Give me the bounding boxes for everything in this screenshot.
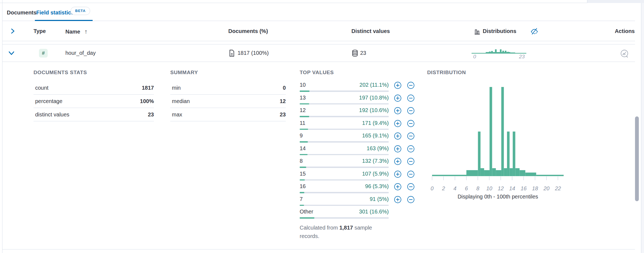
filter-out-value-button[interactable]: [407, 120, 415, 127]
filter-for-value-button[interactable]: [394, 107, 402, 115]
filter-out-value-button[interactable]: [407, 158, 415, 165]
x-axis-tick-label: 14: [509, 185, 515, 191]
database-icon: [351, 49, 359, 57]
filter-out-value-button[interactable]: [407, 107, 415, 115]
number-field-type-badge: #: [39, 49, 48, 58]
filter-out-value-button[interactable]: [407, 196, 415, 203]
x-axis-tick-label: 22: [555, 185, 561, 191]
documents-stats-table: count1817percentage100%distinct values23: [34, 81, 154, 121]
top-value-amount: 165 (9.1%): [362, 132, 389, 139]
minus-circle-icon: [407, 187, 415, 191]
top-value-label: 11: [300, 120, 305, 126]
filter-out-value-button[interactable]: [407, 132, 415, 140]
stat-row: percentage100%: [34, 95, 154, 108]
tab-field-statistics[interactable]: Field statistics: [36, 9, 74, 16]
x-axis-tick-label: 6: [465, 185, 468, 191]
vertical-scrollbar-thumb[interactable]: [635, 116, 639, 201]
expand-all-chevron-right-icon[interactable]: [10, 28, 16, 34]
top-value-row: 791 (5%): [300, 195, 425, 208]
top-value-bar: [300, 103, 389, 105]
section-heading-top-values: TOP VALUES: [300, 70, 334, 76]
histogram-bar: [510, 168, 513, 176]
filter-out-value-button[interactable]: [407, 170, 415, 178]
filter-out-value-button[interactable]: [407, 82, 415, 89]
filter-for-value-button[interactable]: [394, 196, 402, 203]
field-table-header: Type Name ↑ Documents (%) Distinct value…: [2, 21, 635, 41]
section-heading-summary: SUMMARY: [170, 70, 198, 76]
histogram-bar: [525, 173, 536, 176]
stat-value: 100%: [140, 98, 154, 104]
mini-histogram-bar: [507, 52, 509, 53]
top-values-list: 10202 (11.1%)13197 (10.8%)12192 (10.6%)1…: [300, 81, 425, 221]
mini-histogram-baseline: [472, 53, 526, 54]
top-value-amount: 107 (5.9%): [362, 171, 389, 177]
plus-circle-icon: [394, 124, 402, 128]
field-row-hour-of-day[interactable]: # hour_of_day 1817 (100%) 23 0 23: [2, 44, 635, 62]
top-value-row: 11171 (9.4%): [300, 119, 425, 132]
plus-circle-icon: [394, 111, 402, 115]
top-value-amount: 132 (7.3%): [362, 158, 389, 164]
filter-for-value-button[interactable]: [394, 145, 402, 153]
mini-axis-min-label: 0: [473, 54, 476, 60]
document-icon: [228, 49, 235, 57]
filter-for-value-button[interactable]: [394, 120, 402, 127]
filter-for-value-button[interactable]: [394, 158, 402, 165]
tab-documents[interactable]: Documents: [7, 9, 37, 16]
stat-row: max23: [170, 108, 286, 121]
histogram-bar: [481, 168, 484, 176]
top-value-row: 8132 (7.3%): [300, 157, 425, 170]
top-value-label: 15: [300, 171, 306, 177]
explore-in-chart-action-icon[interactable]: [620, 49, 629, 58]
minus-circle-icon: [407, 149, 415, 153]
filter-for-value-button[interactable]: [394, 183, 402, 191]
filter-out-value-button[interactable]: [407, 94, 415, 102]
x-axis-tick-label: 8: [476, 185, 479, 191]
stat-label: max: [170, 112, 182, 118]
top-value-bar: [300, 192, 389, 193]
histogram-bar: [490, 87, 492, 176]
field-name: hour_of_day: [65, 50, 96, 56]
top-value-bar: [300, 154, 389, 155]
top-value-label: 12: [300, 107, 306, 113]
stat-row: median12: [170, 95, 286, 108]
top-value-label: 8: [300, 158, 303, 164]
histogram-bar: [504, 168, 507, 176]
top-value-bar-fill: [300, 129, 308, 130]
filter-for-value-button[interactable]: [394, 82, 402, 89]
summary-table: min0median12max23: [170, 81, 286, 121]
minus-circle-icon: [407, 111, 415, 115]
mini-histogram-bar: [510, 53, 515, 53]
sample-records-note: Calculated from 1,817 sample records.: [300, 224, 391, 240]
filter-for-value-button[interactable]: [394, 94, 402, 102]
field-details-panel: DOCUMENTS STATS SUMMARY TOP VALUES DISTR…: [2, 62, 635, 249]
top-value-row: 9165 (9.1%): [300, 132, 425, 145]
hide-distributions-eye-slash-icon[interactable]: [530, 27, 539, 36]
plus-circle-icon: [394, 187, 402, 191]
x-axis-tick-label: 2: [442, 185, 445, 191]
top-value-row: 13197 (10.8%): [300, 94, 425, 107]
filter-for-value-button[interactable]: [394, 170, 402, 178]
stat-row: distinct values23: [34, 108, 154, 121]
filter-out-value-button[interactable]: [407, 183, 415, 191]
top-value-amount: 163 (9%): [367, 145, 389, 152]
top-value-bar: [300, 179, 389, 181]
top-value-row: Other301 (16.6%): [300, 208, 425, 221]
histogram-bar: [515, 168, 520, 176]
histogram-bar: [513, 132, 515, 176]
plus-circle-icon: [394, 149, 402, 153]
panel-right-strip: [641, 3, 644, 253]
top-value-row: 10202 (11.1%): [300, 81, 425, 94]
top-value-bar: [300, 141, 389, 143]
filter-for-value-button[interactable]: [394, 132, 402, 140]
minus-circle-icon: [407, 99, 415, 103]
mini-axis-max-label: 23: [519, 54, 525, 60]
plus-circle-icon: [394, 175, 402, 179]
filter-out-value-button[interactable]: [407, 145, 415, 153]
top-value-amount: 301 (16.6%): [359, 209, 389, 215]
top-divider-strip: [0, 0, 644, 3]
stat-value: 23: [280, 112, 286, 118]
section-heading-distribution: DISTRIBUTION: [427, 70, 466, 76]
collapse-row-chevron-down-icon[interactable]: [8, 50, 15, 56]
column-header-name[interactable]: Name ↑: [65, 28, 87, 35]
top-value-label: 13: [300, 95, 306, 101]
